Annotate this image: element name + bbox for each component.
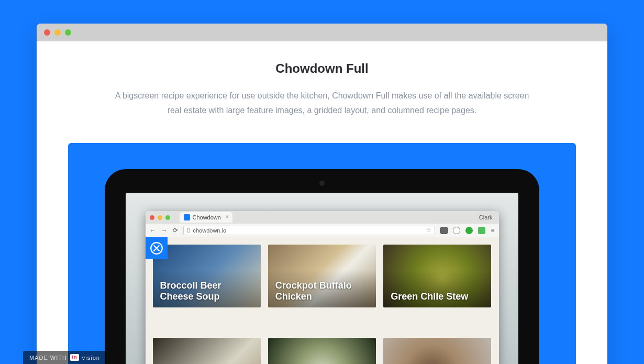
recipe-tile[interactable]: Green Chile Stew — [383, 245, 491, 307]
window-close-dot[interactable] — [44, 29, 50, 36]
extension-icon[interactable] — [440, 227, 448, 234]
chrome-profile-label[interactable]: Clark — [479, 214, 495, 220]
recipe-title: Green Chile Stew — [391, 291, 468, 302]
chrome-close-dot[interactable] — [150, 215, 154, 220]
camera-icon — [319, 181, 325, 186]
window-minimize-dot[interactable] — [54, 29, 61, 36]
recipe-tile[interactable] — [383, 338, 491, 364]
tab-title: Chowdown — [193, 214, 221, 220]
address-url: chowdown.io — [193, 227, 227, 234]
monitor-bezel: Chowdown ✕ Clark ← → ⟳ ▯ — [105, 169, 539, 364]
extension-icon[interactable] — [478, 227, 485, 234]
made-with-invision-badge[interactable]: MADE WITH in vision — [23, 351, 106, 364]
chrome-minimize-dot[interactable] — [158, 215, 162, 220]
page-title: Chowdown Full — [68, 61, 576, 76]
recipe-title: Crockpot Buffalo Chicken — [275, 280, 369, 302]
recipe-tile[interactable] — [268, 338, 376, 364]
browser-tab[interactable]: Chowdown ✕ — [180, 212, 232, 223]
recipe-tile[interactable]: Broccoli Beer Cheese Soup — [153, 245, 261, 307]
recipe-tile[interactable]: Crockpot Buffalo Chicken — [268, 245, 376, 307]
address-bar[interactable]: ▯ chowdown.io ☆ — [183, 226, 436, 235]
recipe-grid: Broccoli Beer Cheese Soup Crockpot Buffa… — [153, 245, 492, 364]
badge-brand-suffix: vision — [82, 355, 100, 361]
chrome-toolbar: ← → ⟳ ▯ chowdown.io ☆ — [146, 224, 499, 237]
window-zoom-dot[interactable] — [65, 29, 71, 36]
chrome-tab-strip: Chowdown ✕ Clark — [146, 211, 499, 224]
recipe-title: Broccoli Beer Cheese Soup — [160, 280, 253, 302]
badge-prefix: MADE WITH — [29, 355, 67, 361]
site-content: Broccoli Beer Cheese Soup Crockpot Buffa… — [146, 237, 499, 364]
page-description: A bigscreen recipe experience for use ou… — [107, 89, 537, 118]
site-logo-icon[interactable] — [146, 237, 168, 259]
page-info-icon[interactable]: ▯ — [187, 227, 190, 234]
monitor-mockup: Chowdown ✕ Clark ← → ⟳ ▯ — [105, 169, 539, 364]
outer-content: Chowdown Full A bigscreen recipe experie… — [37, 41, 607, 364]
outer-browser-window: Chowdown Full A bigscreen recipe experie… — [37, 24, 607, 364]
tab-close-icon[interactable]: ✕ — [225, 214, 229, 219]
chrome-menu-icon[interactable]: ≡ — [491, 227, 494, 234]
chrome-zoom-dot[interactable] — [165, 215, 170, 220]
outer-window-titlebar — [37, 24, 607, 41]
forward-icon[interactable]: → — [161, 227, 168, 234]
recipe-tile[interactable] — [153, 338, 261, 364]
reload-icon[interactable]: ⟳ — [173, 227, 178, 234]
favicon-icon — [184, 214, 190, 220]
bookmark-star-icon[interactable]: ☆ — [426, 227, 431, 234]
invision-logo-icon: in — [70, 354, 79, 361]
back-icon[interactable]: ← — [150, 227, 156, 234]
extension-icon[interactable] — [453, 227, 460, 234]
monitor-screen: Chowdown ✕ Clark ← → ⟳ ▯ — [126, 193, 518, 364]
chrome-window: Chowdown ✕ Clark ← → ⟳ ▯ — [146, 211, 499, 364]
demo-panel: Chowdown ✕ Clark ← → ⟳ ▯ — [68, 143, 576, 364]
extension-icon[interactable] — [465, 227, 473, 234]
